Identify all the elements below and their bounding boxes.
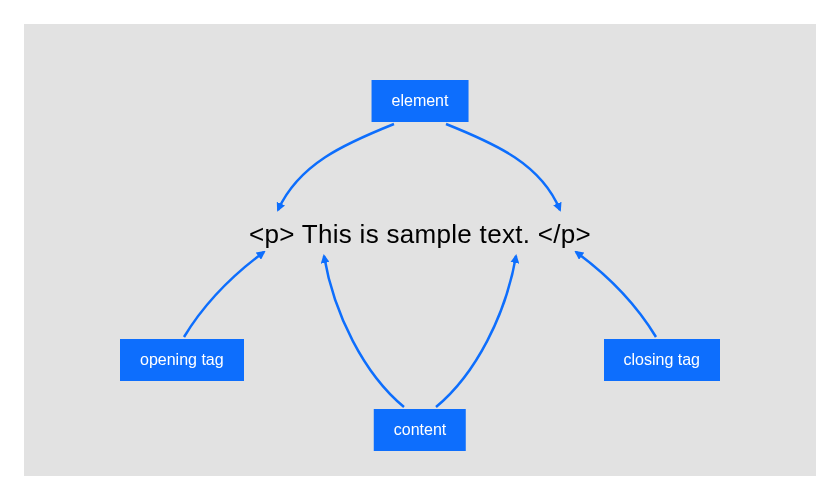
arrow-closing-tag — [576, 252, 656, 337]
element-label: element — [372, 80, 469, 122]
content-text: This is sample text. — [302, 219, 531, 249]
arrow-element-to-open — [278, 124, 394, 210]
arrow-element-to-close — [446, 124, 560, 210]
closing-tag-text: </p> — [530, 219, 591, 249]
closing-tag-label: closing tag — [604, 339, 721, 381]
arrow-content-right — [436, 256, 516, 407]
content-label: content — [374, 409, 466, 451]
diagram-canvas: element <p> This is sample text. </p> op… — [24, 24, 816, 476]
opening-tag-label: opening tag — [120, 339, 244, 381]
arrow-content-left — [324, 256, 404, 407]
opening-tag-text: <p> — [249, 219, 302, 249]
arrow-opening-tag — [184, 252, 264, 337]
code-line: <p> This is sample text. </p> — [24, 219, 816, 250]
